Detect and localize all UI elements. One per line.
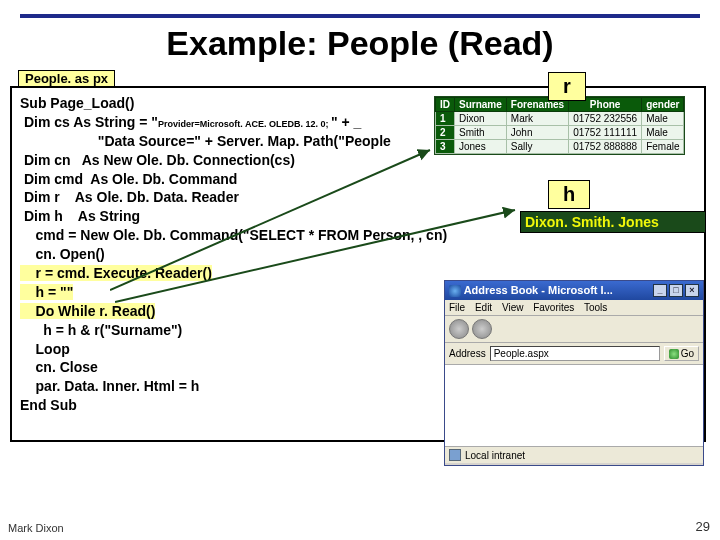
address-label: Address [449, 348, 486, 359]
code-line: h = h & r("Surname") [20, 322, 182, 338]
close-icon[interactable]: × [685, 284, 699, 297]
browser-menubar: File Edit View Favorites Tools [445, 300, 703, 316]
code-line: Dim cs As String = " [20, 114, 158, 130]
intranet-icon [449, 449, 461, 461]
browser-titlebar: Address Book - Microsoft I... _ □ × [445, 281, 703, 300]
browser-toolbar [445, 316, 703, 343]
data-table: ID Surname Forenames Phone gender 1 Dixo… [434, 96, 685, 155]
menu-tools[interactable]: Tools [584, 302, 607, 313]
ie-icon [449, 285, 461, 297]
browser-viewport [445, 365, 703, 447]
code-line-highlight: r = cmd. Execute. Reader() [20, 265, 212, 281]
variable-r-label: r [548, 72, 586, 101]
th-id: ID [436, 98, 455, 112]
minimize-icon[interactable]: _ [653, 284, 667, 297]
code-line: Dim r As Ole. Db. Data. Reader [20, 189, 239, 205]
browser-addressbar: Address People.aspx Go [445, 343, 703, 365]
h-value-display: Dixon. Smith. Jones [520, 211, 706, 233]
slide-title: Example: People (Read) [0, 24, 720, 63]
browser-window: Address Book - Microsoft I... _ □ × File… [444, 280, 704, 466]
code-line: cn. Close [20, 359, 98, 375]
table-row: 2 Smith John 01752 111111 Male [436, 126, 684, 140]
file-label: People. as px [18, 70, 115, 87]
maximize-icon[interactable]: □ [669, 284, 683, 297]
code-line: Dim cmd As Ole. Db. Command [20, 171, 237, 187]
menu-view[interactable]: View [502, 302, 524, 313]
code-line: " + _ [331, 114, 361, 130]
status-text: Local intranet [465, 450, 525, 461]
nav-forward-icon[interactable] [472, 319, 492, 339]
browser-statusbar: Local intranet [445, 447, 703, 463]
table-row: 3 Jones Sally 01752 888888 Female [436, 140, 684, 154]
code-line: "Data Source=" + Server. Map. Path("Peop… [20, 133, 391, 149]
code-line: par. Data. Inner. Html = h [20, 378, 199, 394]
code-line-highlight: Do While r. Read() [20, 303, 155, 319]
code-line: Loop [20, 341, 70, 357]
code-line: End Sub [20, 397, 77, 413]
address-input[interactable]: People.aspx [490, 346, 660, 361]
code-line: Dim cn As New Ole. Db. Connection(cs) [20, 152, 295, 168]
code-line-highlight: h = "" [20, 284, 73, 300]
code-line: cmd = New Ole. Db. Command("SELECT * FRO… [20, 227, 447, 243]
footer-author: Mark Dixon [8, 522, 64, 534]
browser-title: Address Book - Microsoft I... [464, 284, 613, 296]
top-rule [20, 14, 700, 18]
code-line: Dim h As String [20, 208, 140, 224]
menu-file[interactable]: File [449, 302, 465, 313]
th-gender: gender [642, 98, 684, 112]
code-line: cn. Open() [20, 246, 105, 262]
menu-favorites[interactable]: Favorites [533, 302, 574, 313]
code-line: Sub Page_Load() [20, 95, 134, 111]
variable-h-label: h [548, 180, 590, 209]
go-button[interactable]: Go [664, 346, 699, 361]
table-row: 1 Dixon Mark 01752 232556 Male [436, 112, 684, 126]
code-small: Provider=Microsoft. ACE. OLEDB. 12. 0; [158, 119, 331, 129]
footer-page-number: 29 [696, 519, 710, 534]
go-icon [669, 349, 679, 359]
th-surname: Surname [455, 98, 507, 112]
menu-edit[interactable]: Edit [475, 302, 492, 313]
nav-back-icon[interactable] [449, 319, 469, 339]
